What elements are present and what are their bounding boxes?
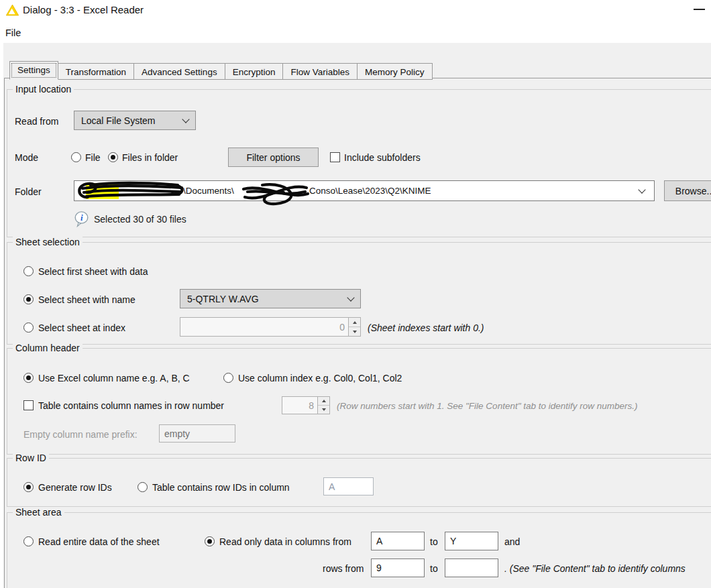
read-from-value: Local File System bbox=[81, 115, 183, 126]
columns-to-label: to bbox=[430, 536, 438, 547]
tab-advanced-settings[interactable]: Advanced Settings bbox=[133, 63, 225, 80]
radio-read-partial-label[interactable]: Read only data in columns from bbox=[219, 536, 351, 547]
column-names-row-checkbox[interactable] bbox=[23, 400, 34, 410]
sheet-index-spinner[interactable]: 0 bbox=[180, 317, 361, 337]
radio-dot bbox=[26, 297, 31, 302]
tab-transformation[interactable]: Transformation bbox=[58, 63, 134, 80]
columns-from-value: A bbox=[376, 536, 382, 546]
group-row-id-legend: Row ID bbox=[13, 453, 49, 464]
radio-sheet-at-index[interactable] bbox=[23, 322, 34, 333]
spinner-buttons[interactable] bbox=[317, 397, 329, 414]
sheet-index-value: 0 bbox=[180, 318, 348, 336]
radio-read-entire-sheet[interactable] bbox=[23, 536, 34, 546]
knime-app-icon bbox=[5, 3, 19, 17]
tab-bar: Settings Transformation Advanced Setting… bbox=[9, 61, 432, 80]
spin-down-icon[interactable] bbox=[349, 327, 360, 336]
folder-chevron-down-icon bbox=[638, 186, 645, 193]
radio-row-ids-in-column[interactable] bbox=[138, 482, 148, 492]
radio-first-sheet-label[interactable]: Select first sheet with data bbox=[38, 266, 148, 277]
radio-dot bbox=[26, 485, 31, 489]
folder-path-combobox[interactable]: \Documents\ Conso\Lease\2023\Q2\KNIME bbox=[74, 180, 655, 201]
browse-button[interactable]: Browse... bbox=[664, 180, 711, 201]
chevron-down-icon bbox=[182, 115, 189, 123]
spinner-buttons[interactable] bbox=[348, 318, 360, 336]
menu-file[interactable]: File bbox=[5, 27, 21, 38]
folder-label: Folder bbox=[15, 186, 42, 197]
column-names-row-value: 8 bbox=[282, 397, 317, 414]
chevron-down-icon bbox=[347, 294, 354, 301]
radio-read-partial[interactable] bbox=[205, 536, 215, 546]
row-number-hint: (Row numbers start with 1. See "File Con… bbox=[337, 401, 638, 411]
group-column-header-legend: Column header bbox=[13, 343, 83, 354]
radio-dot bbox=[207, 539, 212, 544]
radio-mode-files-in-folder-label[interactable]: Files in folder bbox=[122, 152, 178, 163]
radio-mode-file[interactable] bbox=[71, 152, 81, 162]
radio-dot bbox=[111, 155, 115, 160]
files-selected-status: Selected 30 of 30 files bbox=[94, 214, 186, 225]
include-subfolders-label[interactable]: Include subfolders bbox=[344, 152, 421, 163]
column-names-row-label[interactable]: Table contains column names in row numbe… bbox=[38, 400, 224, 411]
rows-to-field[interactable] bbox=[445, 558, 498, 577]
empty-prefix-field[interactable]: empty bbox=[159, 424, 235, 443]
columns-to-field[interactable]: Y bbox=[445, 532, 498, 550]
radio-column-index[interactable] bbox=[223, 373, 233, 383]
radio-row-ids-in-column-label[interactable]: Table contains row IDs in column bbox=[152, 482, 290, 493]
sheet-name-combobox[interactable]: 5-QTRLY W.AVG bbox=[180, 289, 361, 308]
read-from-combobox[interactable]: Local File System bbox=[74, 111, 196, 130]
folder-path-segment-2: Conso\Lease\2023\Q2\KNIME bbox=[309, 181, 431, 200]
radio-sheet-at-index-label[interactable]: Select sheet at index bbox=[38, 322, 125, 333]
rows-from-label: rows from bbox=[323, 563, 364, 574]
empty-prefix-label: Empty column name prefix: bbox=[23, 429, 138, 440]
tab-settings[interactable]: Settings bbox=[9, 61, 58, 80]
columns-from-field[interactable]: A bbox=[371, 532, 425, 550]
rows-to-label: to bbox=[430, 563, 438, 574]
spin-up-icon[interactable] bbox=[349, 318, 360, 327]
radio-excel-column-name[interactable] bbox=[23, 373, 34, 383]
group-sheet-area-legend: Sheet area bbox=[13, 507, 64, 518]
radio-column-index-label[interactable]: Use column index e.g. Col0, Col1, Col2 bbox=[238, 373, 402, 384]
and-label: and bbox=[504, 536, 520, 547]
redaction-highlight bbox=[86, 183, 119, 199]
radio-generate-row-ids-label[interactable]: Generate row IDs bbox=[38, 482, 112, 493]
column-names-row-spinner[interactable]: 8 bbox=[282, 396, 330, 414]
radio-mode-files-in-folder[interactable] bbox=[108, 152, 118, 162]
minimize-button[interactable] bbox=[694, 9, 705, 10]
sheet-index-hint: (Sheet indexes start with 0.) bbox=[368, 322, 484, 333]
tab-flow-variables[interactable]: Flow Variables bbox=[282, 63, 358, 80]
sheet-area-hint: . (See "File Content" tab to identify co… bbox=[504, 563, 686, 574]
tab-memory-policy[interactable]: Memory Policy bbox=[357, 63, 433, 80]
sheet-name-value: 5-QTRLY W.AVG bbox=[187, 294, 348, 304]
spin-down-icon[interactable] bbox=[318, 405, 329, 414]
mode-label: Mode bbox=[15, 152, 38, 163]
rows-from-value: 9 bbox=[376, 563, 382, 573]
folder-path-segment-1: \Documents\ bbox=[183, 181, 234, 200]
row-id-column-field[interactable]: A bbox=[323, 477, 374, 495]
read-from-label: Read from bbox=[15, 116, 58, 127]
window-title: Dialog - 3:3 - Excel Reader bbox=[23, 5, 144, 15]
radio-excel-column-name-label[interactable]: Use Excel column name e.g. A, B, C bbox=[38, 373, 190, 384]
tab-encryption[interactable]: Encryption bbox=[225, 63, 284, 80]
radio-mode-file-label[interactable]: File bbox=[85, 152, 101, 163]
radio-dot bbox=[26, 375, 31, 380]
rows-from-field[interactable]: 9 bbox=[371, 558, 425, 577]
radio-sheet-with-name-label[interactable]: Select sheet with name bbox=[38, 294, 135, 305]
empty-prefix-value: empty bbox=[164, 428, 190, 439]
radio-sheet-with-name[interactable] bbox=[23, 294, 34, 304]
radio-generate-row-ids[interactable] bbox=[23, 482, 34, 492]
columns-to-value: Y bbox=[450, 536, 456, 546]
radio-read-entire-sheet-label[interactable]: Read entire data of the sheet bbox=[38, 536, 160, 547]
group-input-location-legend: Input location bbox=[13, 84, 74, 95]
svg-text:i: i bbox=[80, 213, 83, 223]
include-subfolders-checkbox[interactable] bbox=[330, 152, 340, 162]
group-sheet-selection-legend: Sheet selection bbox=[13, 237, 83, 248]
filter-options-button[interactable]: Filter options bbox=[228, 148, 319, 167]
info-icon: i bbox=[74, 211, 89, 227]
row-id-column-value: A bbox=[329, 481, 335, 492]
spin-up-icon[interactable] bbox=[318, 397, 329, 405]
group-sheet-area: Sheet area bbox=[7, 512, 711, 588]
radio-first-sheet[interactable] bbox=[23, 266, 34, 276]
